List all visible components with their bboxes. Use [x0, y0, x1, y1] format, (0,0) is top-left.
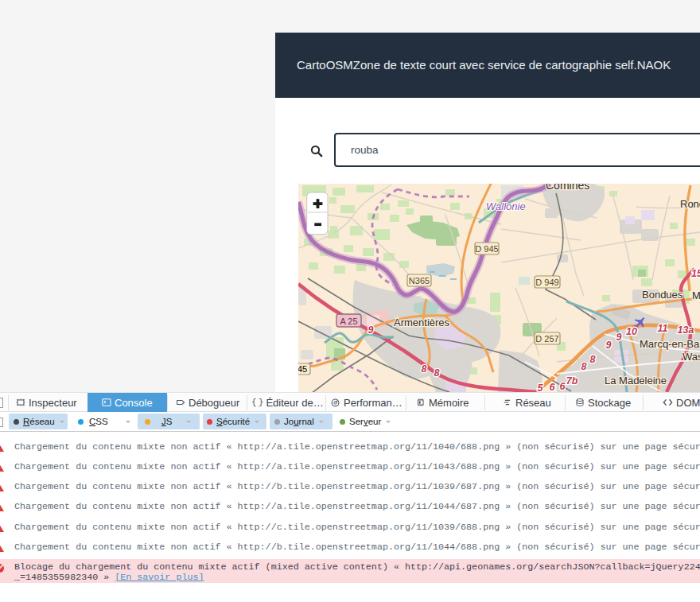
svg-text:13a: 13a [678, 324, 694, 336]
svg-text:45: 45 [298, 364, 307, 374]
svg-text:8: 8 [590, 354, 596, 365]
svg-text:Wallonie: Wallonie [486, 200, 526, 212]
svg-text:9: 9 [616, 332, 622, 343]
svg-text:D 949: D 949 [535, 278, 558, 287]
svg-text:6: 6 [550, 382, 556, 392]
svg-text:N365: N365 [409, 276, 430, 285]
svg-text:A 25: A 25 [340, 317, 357, 326]
svg-text:D 257: D 257 [535, 334, 558, 344]
svg-text:Bondues: Bondues [642, 289, 683, 301]
svg-text:Comines: Comines [546, 184, 589, 192]
svg-text:15: 15 [691, 268, 700, 279]
svg-text:La Madeleine: La Madeleine [605, 375, 667, 386]
svg-text:6: 6 [560, 381, 566, 392]
svg-text:11: 11 [658, 323, 668, 334]
svg-text:7b: 7b [566, 375, 578, 386]
svg-text:Marcq-en-Barœul: Marcq-en-Barœul [640, 338, 700, 350]
svg-text:10: 10 [626, 326, 637, 337]
svg-text:9: 9 [368, 324, 374, 336]
svg-text:D 945: D 945 [475, 244, 498, 254]
svg-text:8: 8 [434, 367, 440, 379]
svg-text:Armentières: Armentières [394, 317, 450, 328]
svg-text:5: 5 [538, 383, 544, 392]
svg-text:8: 8 [422, 363, 427, 375]
svg-text:8: 8 [581, 361, 587, 372]
svg-text:M: M [692, 289, 700, 301]
svg-text:9: 9 [606, 340, 612, 351]
svg-text:Roncq: Roncq [680, 198, 700, 210]
svg-text:Wasquehal: Wasquehal [682, 351, 700, 363]
